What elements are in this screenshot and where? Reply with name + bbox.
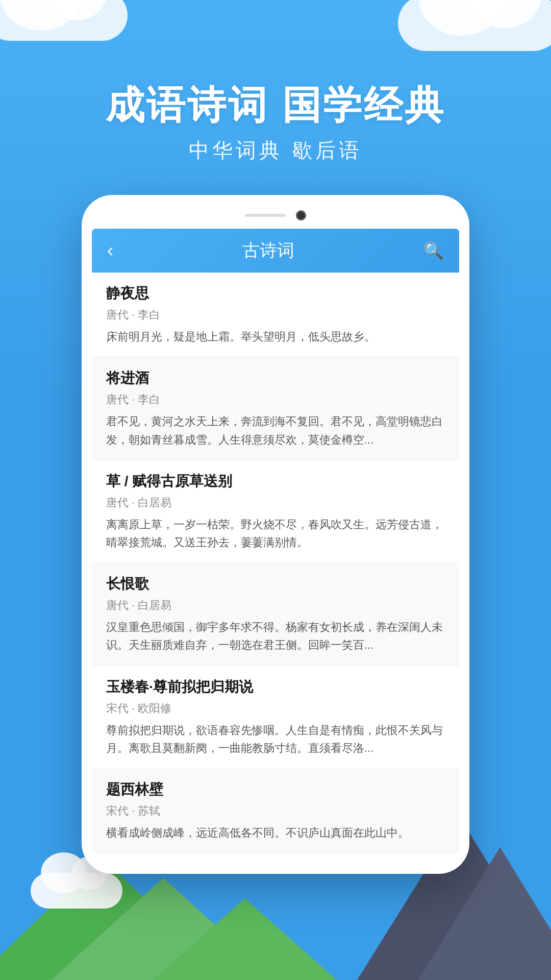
poem-preview: 离离原上草，一岁一枯荣。野火烧不尽，春风吹又生。远芳侵古道，晴翠接荒城。又送王孙… bbox=[106, 516, 445, 551]
poem-preview: 君不见，黄河之水天上来，奔流到海不复回。君不见，高堂明镜悲白发，朝如青丝暮成雪。… bbox=[106, 412, 445, 448]
poem-preview: 汉皇重色思倾国，御宇多年求不得。杨家有女初长成，养在深闺人未识。天生丽质难自弃，… bbox=[106, 618, 445, 654]
cloud-bottom bbox=[31, 873, 122, 909]
poem-author: 唐代 · 白居易 bbox=[106, 598, 445, 613]
hero-title: 成语诗词 国学经典 bbox=[0, 82, 551, 128]
poem-item[interactable]: 静夜思唐代 · 李白床前明月光，疑是地上霜。举头望明月，低头思故乡。 bbox=[92, 273, 459, 357]
header-title: 古诗词 bbox=[242, 239, 294, 262]
poem-preview: 尊前拟把归期说，欲语春容先惨咽。人生自是有情痴，此恨不关风与月。离歌且莫翻新阕，… bbox=[106, 721, 445, 757]
poem-author: 唐代 · 李白 bbox=[106, 307, 445, 323]
app-content: ‹ 古诗词 🔍 静夜思唐代 · 李白床前明月光，疑是地上霜。举头望明月，低头思故… bbox=[92, 229, 459, 853]
phone-frame: ‹ 古诗词 🔍 静夜思唐代 · 李白床前明月光，疑是地上霜。举头望明月，低头思故… bbox=[82, 195, 469, 874]
phone-mockup: ‹ 古诗词 🔍 静夜思唐代 · 李白床前明月光，疑是地上霜。举头望明月，低头思故… bbox=[82, 195, 469, 874]
hero-section: 成语诗词 国学经典 中华词典 歇后语 bbox=[0, 0, 551, 164]
poem-item[interactable]: 长恨歌唐代 · 白居易汉皇重色思倾国，御宇多年求不得。杨家有女初长成，养在深闺人… bbox=[92, 563, 459, 666]
poem-author: 唐代 · 李白 bbox=[106, 392, 445, 407]
poem-title: 将进酒 bbox=[106, 369, 445, 388]
phone-notch bbox=[245, 214, 286, 217]
hero-subtitle: 中华词典 歇后语 bbox=[0, 136, 551, 164]
poem-title: 静夜思 bbox=[106, 284, 445, 303]
poem-title: 玉楼春·尊前拟把归期说 bbox=[106, 677, 445, 697]
poem-item[interactable]: 草 / 赋得古原草送别唐代 · 白居易离离原上草，一岁一枯荣。野火烧不尽，春风吹… bbox=[92, 460, 459, 563]
phone-camera bbox=[296, 210, 306, 220]
back-button[interactable]: ‹ bbox=[107, 240, 113, 261]
poem-author: 宋代 · 苏轼 bbox=[106, 803, 445, 819]
poem-item[interactable]: 将进酒唐代 · 李白君不见，黄河之水天上来，奔流到海不复回。君不见，高堂明镜悲白… bbox=[92, 357, 459, 460]
poem-list: 静夜思唐代 · 李白床前明月光，疑是地上霜。举头望明月，低头思故乡。将进酒唐代 … bbox=[92, 273, 459, 853]
poem-author: 唐代 · 白居易 bbox=[106, 495, 445, 510]
poem-title: 题西林壁 bbox=[106, 780, 445, 799]
poem-preview: 床前明月光，疑是地上霜。举头望明月，低头思故乡。 bbox=[106, 328, 445, 346]
poem-item[interactable]: 玉楼春·尊前拟把归期说宋代 · 欧阳修尊前拟把归期说，欲语春容先惨咽。人生自是有… bbox=[92, 666, 459, 769]
poem-author: 宋代 · 欧阳修 bbox=[106, 701, 445, 716]
phone-top-bar bbox=[92, 210, 459, 220]
poem-preview: 横看成岭侧成峰，远近高低各不同。不识庐山真面在此山中。 bbox=[106, 824, 445, 842]
search-icon[interactable]: 🔍 bbox=[423, 241, 444, 260]
poem-title: 草 / 赋得古原草送别 bbox=[106, 472, 445, 491]
app-header: ‹ 古诗词 🔍 bbox=[92, 229, 459, 273]
poem-title: 长恨歌 bbox=[106, 574, 445, 594]
poem-item[interactable]: 题西林壁宋代 · 苏轼横看成岭侧成峰，远近高低各不同。不识庐山真面在此山中。 bbox=[92, 769, 459, 853]
